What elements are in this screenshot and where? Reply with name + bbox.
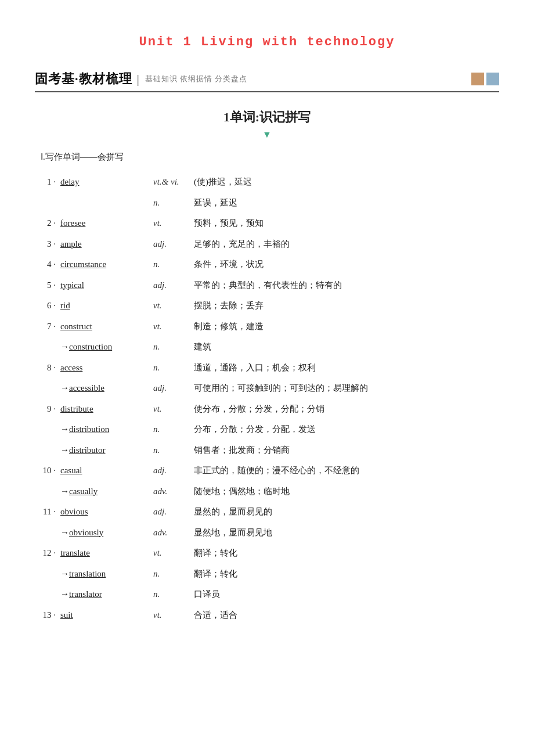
derivative-word-text: translator: [69, 589, 102, 599]
section-header: 固考基·教材梳理 | 基础知识 依纲据情 分类盘点: [35, 70, 499, 92]
def-cell: 预料，预见，预知: [192, 213, 499, 234]
pos-cell: adj.: [151, 502, 192, 523]
table-row: 7 · constructvt.制造；修筑，建造: [35, 316, 499, 337]
arrow-icon: →: [60, 589, 69, 599]
def-cell: 通道，通路，入口；机会；权利: [192, 358, 499, 379]
word-number: 8 ·: [35, 358, 58, 379]
def-cell: (使)推迟，延迟: [192, 172, 499, 193]
pos-cell: vt.: [151, 605, 192, 626]
section-header-pipe: |: [137, 71, 139, 87]
derivative-word-cell: →translation: [58, 564, 151, 585]
word-text: delay: [60, 177, 79, 186]
derivative-pos-cell: adv.: [151, 481, 192, 502]
derivative-word-cell: →distribution: [58, 419, 151, 440]
word-cell: rid: [58, 296, 151, 316]
table-row: 8 · accessn.通道，通路，入口；机会；权利: [35, 358, 499, 379]
arrow-icon: →: [60, 445, 69, 455]
derivative-word-cell: →translator: [58, 584, 151, 605]
empty-num: [35, 564, 58, 585]
word-text: foresee: [60, 218, 85, 228]
word-number: 13 ·: [35, 605, 58, 626]
table-row: 9 · distributevt.使分布，分散；分发，分配；分销: [35, 399, 499, 420]
word-number: 10 ·: [35, 460, 58, 481]
derivative-pos-cell: n.: [151, 564, 192, 585]
empty-num: [35, 419, 58, 440]
empty-num: [35, 378, 58, 399]
derivative-row: →casuallyadv.随便地；偶然地；临时地: [35, 481, 499, 502]
word-cell: translate: [58, 543, 151, 564]
word-cell: foresee: [58, 213, 151, 234]
derivative-word-text: distribution: [69, 424, 109, 434]
page-title: Unit 1 Living with technology: [35, 35, 499, 49]
derivative-def-cell: 随便地；偶然地；临时地: [192, 481, 499, 502]
arrow-icon: →: [60, 383, 69, 393]
word-cell: typical: [58, 275, 151, 296]
def-cell: 显然的，显而易见的: [192, 502, 499, 523]
pos-cell: vt.: [151, 296, 192, 316]
word-text: access: [60, 363, 82, 372]
word-text: circumstance: [60, 260, 106, 269]
derivative-row: →translatorn.口译员: [35, 584, 499, 605]
pos-cell: vt.& vi.: [151, 172, 192, 193]
word-text: distribute: [60, 404, 93, 413]
derivative-def-cell: 建筑: [192, 337, 499, 358]
arrow-icon: →: [60, 569, 69, 578]
section-header-title: 固考基·教材梳理: [35, 70, 132, 88]
word-cell: obvious: [58, 502, 151, 523]
table-row: 6 · ridvt.摆脱；去除；丢弃: [35, 296, 499, 316]
derivative-row: →distributionn.分布，分散；分发，分配，发送: [35, 419, 499, 440]
derivative-word-text: construction: [69, 342, 112, 351]
word-text: rid: [60, 301, 70, 310]
derivative-def-cell: 销售者；批发商；分销商: [192, 440, 499, 461]
table-row: 12 · translatevt.翻译；转化: [35, 543, 499, 564]
word-number: 5 ·: [35, 275, 58, 296]
word-number: 11 ·: [35, 502, 58, 523]
def-cell: 制造；修筑，建造: [192, 316, 499, 337]
color-box-2: [486, 73, 499, 85]
table-row: 1 · delayvt.& vi.(使)推迟，延迟: [35, 172, 499, 193]
derivative-pos-cell: n.: [151, 337, 192, 358]
table-row: 5 · typicaladj.平常的；典型的，有代表性的；特有的: [35, 275, 499, 296]
def-cell: 翻译；转化: [192, 543, 499, 564]
derivative-row: →accessibleadj.可使用的；可接触到的；可到达的；易理解的: [35, 378, 499, 399]
arrow-icon: →: [60, 487, 69, 496]
derivative-word-cell: →distributor: [58, 440, 151, 461]
word-number: 12 ·: [35, 543, 58, 564]
derivative-def-cell: 分布，分散；分发，分配，发送: [192, 419, 499, 440]
pos-cell: vt.: [151, 213, 192, 234]
arrow-icon: →: [60, 342, 69, 351]
def-cell: 非正式的，随便的；漫不经心的，不经意的: [192, 460, 499, 481]
derivative-def-cell: 口译员: [192, 584, 499, 605]
derivative-word-cell: →obviously: [58, 523, 151, 543]
derivative-row: →distributorn.销售者；批发商；分销商: [35, 440, 499, 461]
word-cell: suit: [58, 605, 151, 626]
derivative-def-cell: 翻译；转化: [192, 564, 499, 585]
section-header-decoration: [471, 73, 499, 85]
color-box-1: [471, 73, 484, 85]
word-cell: distribute: [58, 399, 151, 420]
derivative-row: →obviouslyadv.显然地，显而易见地: [35, 523, 499, 543]
arrow-down-icon: ▼: [35, 129, 499, 140]
table-row: 11 · obviousadj.显然的，显而易见的: [35, 502, 499, 523]
def-cell: 平常的；典型的，有代表性的；特有的: [192, 275, 499, 296]
empty-num: [35, 523, 58, 543]
derivative-word-cell: →casually: [58, 481, 151, 502]
word-cell: access: [58, 358, 151, 379]
word-number: 3 ·: [35, 234, 58, 255]
def-cell: 条件，环境，状况: [192, 254, 499, 275]
derivative-row: →translationn.翻译；转化: [35, 564, 499, 585]
table-row: 13 · suitvt.合适，适合: [35, 605, 499, 626]
word-text: casual: [60, 466, 82, 475]
pos-cell: adj.: [151, 460, 192, 481]
vocab-table: 1 · delayvt.& vi.(使)推迟，延迟n.延误，延迟2 · fore…: [35, 172, 499, 625]
derivative-pos-cell: adj.: [151, 378, 192, 399]
word-number: 9 ·: [35, 399, 58, 420]
word-text: obvious: [60, 507, 88, 516]
derivative-word-text: translation: [69, 569, 106, 578]
pos-cell: vt.: [151, 316, 192, 337]
word-text: ample: [60, 239, 82, 249]
derivative-word-text: obviously: [69, 528, 103, 537]
derivative-def-cell: 可使用的；可接触到的；可到达的；易理解的: [192, 378, 499, 399]
empty-num: [35, 481, 58, 502]
def-cell: 摆脱；去除；丢弃: [192, 296, 499, 316]
